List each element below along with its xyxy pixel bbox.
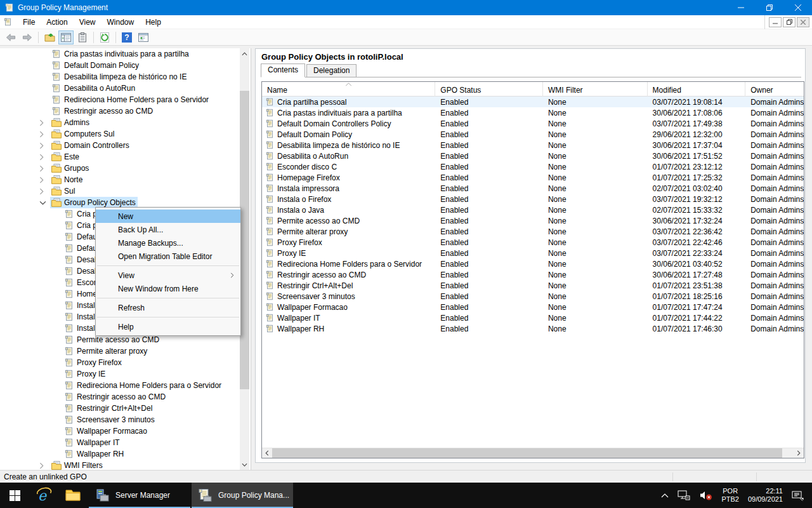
expand-chevron-icon[interactable]	[52, 254, 63, 265]
menubar-item[interactable]: View	[74, 16, 102, 29]
tree-item[interactable]: Restringir acesso ao CMD	[0, 391, 251, 403]
tree-item[interactable]: Norte	[0, 174, 251, 185]
gpo-row[interactable]: Homepage Firefox Enabled None 01/07/2021…	[262, 172, 804, 183]
context-menu-item[interactable]: Manage Backups...	[96, 236, 240, 250]
export-list-button[interactable]	[136, 30, 151, 44]
tree-vertical-scrollbar[interactable]	[240, 48, 249, 470]
gpo-row[interactable]: Wallpaper Formacao Enabled None 01/07/20…	[262, 302, 804, 312]
gpo-row[interactable]: Instala o Java Enabled None 02/07/2021 1…	[262, 204, 804, 215]
forward-button[interactable]	[20, 30, 35, 44]
scroll-down-arrow[interactable]	[240, 459, 249, 470]
gpo-row[interactable]: Cria partilha pessoal Enabled None 03/07…	[262, 97, 804, 107]
tree-item[interactable]: Redireciona Home Folders para o Servidor	[0, 94, 251, 105]
expand-chevron-icon[interactable]	[52, 288, 63, 300]
tree-item[interactable]: Redireciona Home Folders para o Servidor	[0, 380, 251, 391]
expand-chevron-icon[interactable]	[52, 414, 63, 425]
expand-chevron-icon[interactable]	[39, 185, 50, 197]
gpo-row[interactable]: Desabilita limpeza de histórico no IE En…	[262, 140, 804, 150]
tree-item[interactable]: Restringir acesso ao CMD	[0, 105, 251, 117]
tree-item[interactable]: Default Domain Policy	[0, 60, 251, 71]
expand-chevron-icon[interactable]	[52, 403, 63, 414]
expand-chevron-icon[interactable]	[39, 83, 50, 94]
scroll-up-arrow[interactable]	[240, 48, 249, 59]
gpo-row[interactable]: Default Domain Controllers Policy Enable…	[262, 118, 804, 129]
context-menu-item[interactable]: Back Up All...	[96, 223, 240, 236]
file-explorer-button[interactable]	[58, 483, 88, 508]
expand-chevron-icon[interactable]	[39, 197, 50, 208]
gpo-row[interactable]: Instala impressora Enabled None 02/07/20…	[262, 183, 804, 194]
expand-chevron-icon[interactable]	[52, 391, 63, 403]
expand-chevron-icon[interactable]	[39, 117, 50, 128]
gpo-row[interactable]: Cria pastas indivituais para a partilha …	[262, 107, 804, 118]
child-restore-button[interactable]	[783, 17, 796, 27]
column-header[interactable]: WMI Filter	[543, 82, 648, 97]
gpo-row[interactable]: Esconder disco C Enabled None 01/07/2021…	[262, 161, 804, 172]
help-button[interactable]: ?	[119, 30, 134, 44]
taskbar-window-button[interactable]: Server Manager	[89, 483, 190, 508]
gpo-row[interactable]: Permite acesso ao CMD Enabled None 30/06…	[262, 215, 804, 226]
network-tray-button[interactable]	[673, 483, 695, 508]
child-close-button[interactable]	[797, 17, 809, 27]
tree-item[interactable]: WMI Filters	[0, 460, 251, 470]
column-header[interactable]: Owner	[745, 82, 804, 97]
expand-chevron-icon[interactable]	[52, 311, 63, 323]
expand-chevron-icon[interactable]	[52, 243, 63, 254]
expand-chevron-icon[interactable]	[52, 323, 63, 334]
context-menu-item[interactable]	[97, 317, 239, 318]
refresh-button[interactable]	[97, 30, 112, 44]
clock[interactable]: 22:1109/09/2021	[743, 483, 787, 508]
tree-item[interactable]: Este	[0, 151, 251, 163]
expand-chevron-icon[interactable]	[52, 277, 63, 288]
tree-item[interactable]: Screensaver 3 minutos	[0, 414, 251, 425]
context-menu-item[interactable]: New	[96, 210, 240, 223]
menubar-item[interactable]: Window	[102, 16, 140, 29]
expand-chevron-icon[interactable]	[52, 345, 63, 357]
menubar-item[interactable]: File	[17, 16, 41, 29]
expand-chevron-icon[interactable]	[52, 231, 63, 243]
gpo-row[interactable]: Instala o Firefox Enabled None 03/07/202…	[262, 194, 804, 204]
tree-item[interactable]: Wallpaper RH	[0, 448, 251, 460]
back-button[interactable]	[3, 30, 18, 44]
menubar-item[interactable]: Help	[140, 16, 167, 29]
child-minimize-button[interactable]	[769, 17, 782, 27]
taskbar-window-button[interactable]: Group Policy Mana...	[192, 483, 293, 508]
tree-item[interactable]: Proxy Firefox	[0, 357, 251, 368]
expand-chevron-icon[interactable]	[52, 437, 63, 448]
context-menu-item[interactable]: Refresh	[96, 301, 240, 314]
scroll-left-arrow[interactable]	[262, 448, 272, 458]
gpo-row[interactable]: Restringir Ctrl+Alt+Del Enabled None 01/…	[262, 280, 804, 291]
list-horizontal-scrollbar[interactable]	[262, 448, 804, 458]
column-header[interactable]: Modified	[648, 82, 746, 97]
gpo-row[interactable]: Permite alterar proxy Enabled None 03/07…	[262, 226, 804, 237]
expand-chevron-icon[interactable]	[39, 71, 50, 83]
context-menu-item[interactable]: New Window from Here	[96, 282, 240, 295]
expand-chevron-icon[interactable]	[39, 140, 50, 151]
tree-item[interactable]: Admins	[0, 117, 251, 128]
gpo-row[interactable]: Desabilita o AutoRun Enabled None 30/06/…	[262, 150, 804, 161]
expand-chevron-icon[interactable]	[52, 448, 63, 460]
expand-chevron-icon[interactable]	[52, 265, 63, 277]
tree-item[interactable]: Computers Sul	[0, 128, 251, 140]
tree-item[interactable]: Desabilita limpeza de histórico no IE	[0, 71, 251, 83]
context-menu-item[interactable]: Open Migration Table Editor	[96, 250, 240, 263]
volume-tray-button[interactable]	[695, 483, 717, 508]
tree-item[interactable]: Domain Controllers	[0, 140, 251, 151]
column-header[interactable]: GPO Status	[435, 82, 543, 97]
tree-item[interactable]: Cria pastas indivituais para a partilha	[0, 48, 251, 60]
expand-chevron-icon[interactable]	[52, 300, 63, 311]
expand-chevron-icon[interactable]	[39, 128, 50, 140]
expand-chevron-icon[interactable]	[39, 163, 50, 174]
internet-explorer-button[interactable]: e	[29, 483, 58, 508]
context-menu-item[interactable]: Help	[96, 320, 240, 333]
gpo-row[interactable]: Wallpaper RH Enabled None 01/07/2021 17:…	[262, 323, 804, 334]
tree-item[interactable]: Sul	[0, 185, 251, 197]
tree-item[interactable]: Restringir Ctrl+Alt+Del	[0, 403, 251, 414]
tree-item[interactable]: Wallpaper IT	[0, 437, 251, 448]
context-menu-item[interactable]	[97, 265, 239, 266]
gpo-row[interactable]: Proxy IE Enabled None 03/07/2021 22:33:2…	[262, 248, 804, 258]
gpo-row[interactable]: Proxy Firefox Enabled None 03/07/2021 22…	[262, 237, 804, 248]
expand-chevron-icon[interactable]	[52, 425, 63, 437]
expand-chevron-icon[interactable]	[52, 357, 63, 368]
clipboard-button[interactable]	[75, 30, 90, 44]
gpo-row[interactable]: Redireciona Home Folders para o Servidor…	[262, 258, 804, 269]
